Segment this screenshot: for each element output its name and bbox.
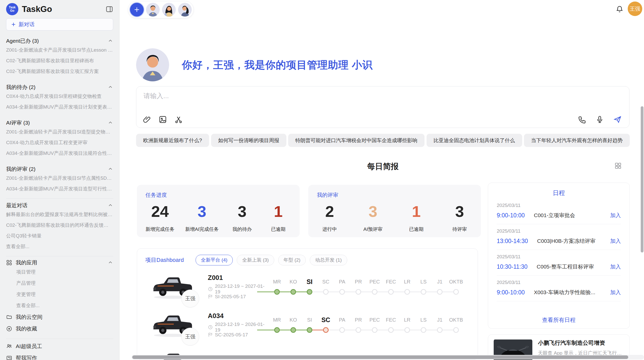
notification-bell-icon[interactable] — [616, 5, 623, 13]
apps-grid-icon — [6, 260, 12, 266]
app-link-change[interactable]: 变更管理 — [6, 289, 113, 300]
suggestion-chip[interactable]: 比亚迪全固态电池计划具体说了什么 — [427, 134, 522, 147]
milestone-label: PA — [334, 277, 350, 286]
stat-label: 我的待办 — [232, 226, 252, 233]
my-review-card: 我的评审 2 进行中 3 AI预评审 1 已逾期 3 待评审 — [308, 185, 481, 237]
milestone: PA — [334, 277, 350, 295]
milestone-label: KO — [285, 277, 301, 286]
milestone: LR — [399, 277, 415, 295]
schedule-date: 2025/03/11 — [497, 254, 621, 260]
sidebar-item-help-write[interactable]: 帮我写作 — [6, 352, 113, 360]
milestone: FEC — [383, 277, 399, 295]
section-my-apps[interactable]: 我的应用 — [6, 259, 113, 266]
list-item[interactable]: C02-飞腾新能源轻客改款项目立项汇报方案 — [6, 66, 113, 77]
member-avatar[interactable] — [178, 3, 192, 17]
app-link-product[interactable]: 产品管理 — [6, 278, 113, 289]
milestone-dot — [307, 327, 312, 333]
vertical-scrollbar-thumb[interactable] — [641, 106, 643, 252]
taskgo-app: Task Go TaskGo 新对话 Agent已办 (3) Z001-全新燃油… — [0, 0, 644, 360]
list-item[interactable]: 公司Q3轻卡销量 — [6, 231, 113, 241]
milestone: SC — [318, 277, 334, 295]
sidebar-item-ai-staff[interactable]: AI超级员工 — [6, 340, 113, 352]
list-item[interactable]: A034-全新新能源MUV产品开发项目法规符合性评审 — [6, 148, 113, 159]
sidebar-item-favorites[interactable]: 我的收藏 — [6, 323, 113, 335]
message-composer — [136, 86, 630, 128]
stat: 24 新增完成任务 — [145, 203, 174, 233]
chevron-up-icon[interactable] — [108, 84, 113, 90]
list-item[interactable]: Z001-全新燃油轻卡产品开发项目SI造型提交物评审 — [6, 127, 113, 137]
chevron-up-icon[interactable] — [108, 203, 113, 208]
sidebar-header: Task Go TaskGo — [6, 0, 113, 18]
chevron-up-icon[interactable] — [108, 120, 113, 126]
microphone-icon[interactable] — [596, 115, 604, 124]
add-member-button[interactable] — [130, 3, 144, 17]
tab-new-body[interactable]: 全新上装 (3) — [237, 255, 274, 265]
send-icon[interactable] — [613, 115, 622, 124]
section-recent-chats[interactable]: 最近对话 — [6, 202, 113, 209]
member-avatar[interactable] — [146, 3, 160, 17]
join-link[interactable]: 加入 — [610, 212, 621, 219]
attachment-icon[interactable] — [143, 115, 151, 124]
suggestion-chip[interactable]: 特朗普可能对进口汽车增税会对中国车企造成哪些影响 — [288, 134, 425, 147]
sidebar-collapse-icon[interactable] — [106, 5, 113, 13]
scissors-icon[interactable] — [174, 115, 183, 124]
sidebar-item-cloud-space[interactable]: 我的云空间 — [6, 311, 113, 323]
stat-label: 已逾期 — [271, 226, 286, 233]
suggestion-chip[interactable]: 欧洲新规最近颁布了什么? — [136, 134, 209, 147]
new-chat-button[interactable]: 新对话 — [6, 18, 113, 31]
view-all-link[interactable]: 查看全部... — [6, 300, 113, 311]
layout-grid-icon[interactable] — [614, 162, 622, 169]
user-avatar[interactable]: 王强 — [628, 2, 642, 16]
milestone-label: KO — [285, 316, 301, 324]
list-item[interactable]: C0X4-动力总成开发项目SI里程碑提交物检查 — [6, 91, 113, 102]
join-link[interactable]: 加入 — [610, 263, 621, 270]
stat-value: 1 — [412, 203, 420, 220]
schedule-event-title: C001-立项审批会 — [534, 212, 606, 219]
milestone-label: PEC — [367, 277, 383, 286]
list-item[interactable]: Z001-全新燃油皮卡产品开发项目SI节点Lesson Learn报告 — [6, 45, 113, 55]
member-avatar[interactable] — [162, 3, 176, 17]
chevron-up-icon[interactable] — [108, 166, 113, 172]
section-agent-done[interactable]: Agent已办 (3) — [6, 37, 113, 45]
stat: 1 已逾期 — [404, 203, 429, 233]
join-link[interactable]: 加入 — [610, 289, 621, 296]
section-ai-review[interactable]: AI评审 (3) — [6, 119, 113, 127]
milestone: LS — [415, 316, 432, 333]
app-link-project[interactable]: 项目管理 — [6, 266, 113, 278]
view-all-link[interactable]: 查看全部... — [6, 241, 113, 252]
horizontal-scrollbar-thumb[interactable] — [132, 355, 628, 359]
list-item[interactable]: A034-全新新能源MUV产品开发项目造型可行性评审 — [6, 184, 113, 194]
stat-value: 24 — [151, 203, 169, 220]
chevron-up-icon[interactable] — [108, 38, 113, 44]
view-all-schedule-link[interactable]: 查看所有日程 — [497, 312, 621, 324]
horizontal-scrollbar[interactable] — [131, 355, 644, 359]
list-item[interactable]: C02-飞腾新能源轻客改款项目里程碑画布 — [6, 55, 113, 66]
suggestion-chip[interactable]: 当下年轻人对汽车外观有怎样的喜好趋势 — [524, 134, 630, 147]
section-my-todo[interactable]: 我的待办 (2) — [6, 83, 113, 91]
suggestion-chip[interactable]: 如何写一份清晰的项目周报 — [211, 134, 286, 147]
phone-call-icon[interactable] — [578, 115, 586, 124]
project-row[interactable]: 王强 Z001 2023-12-19 ~ 2027-01-19 SI-2025-… — [137, 267, 478, 306]
list-item[interactable]: C02-飞腾新能源轻客改款项目的闭环通告反馈情况 — [6, 220, 113, 231]
project-code: A034 — [208, 312, 269, 320]
join-link[interactable]: 加入 — [610, 237, 621, 245]
image-icon[interactable] — [159, 115, 167, 124]
milestone-dot — [356, 289, 361, 295]
milestone: PR — [350, 316, 367, 333]
tab-new-platform[interactable]: 全新平台 (4) — [196, 255, 233, 265]
list-item[interactable]: 解释最新出台的欧盟报废车法规再生塑料比例被调至15%... — [6, 209, 113, 220]
list-item[interactable]: A034-全新新能源MUV产品开发项目计划变更表编写 — [6, 102, 113, 112]
section-my-review[interactable]: 我的评审 (2) — [6, 165, 113, 173]
milestone-label: LR — [399, 316, 415, 324]
list-item[interactable]: Z001-全新燃油轻卡产品开发项目SI节点属性5D文件评审 — [6, 173, 113, 184]
tab-powertrain[interactable]: 动总开发 (1) — [310, 255, 347, 265]
message-input[interactable] — [143, 91, 576, 112]
chevron-up-icon[interactable] — [108, 260, 113, 265]
milestone-dot — [437, 327, 443, 333]
milestone-dot — [356, 327, 361, 333]
list-item[interactable]: C0X4-动力总成开发项目工程变更评审 — [6, 137, 113, 148]
divider — [6, 256, 113, 256]
tab-year-model[interactable]: 年型 (2) — [278, 255, 306, 265]
milestone: PEC — [367, 316, 383, 333]
project-row[interactable]: 王强 A034 2023-12-19 ~ 2026-01-19 SC-2025-… — [137, 306, 478, 344]
